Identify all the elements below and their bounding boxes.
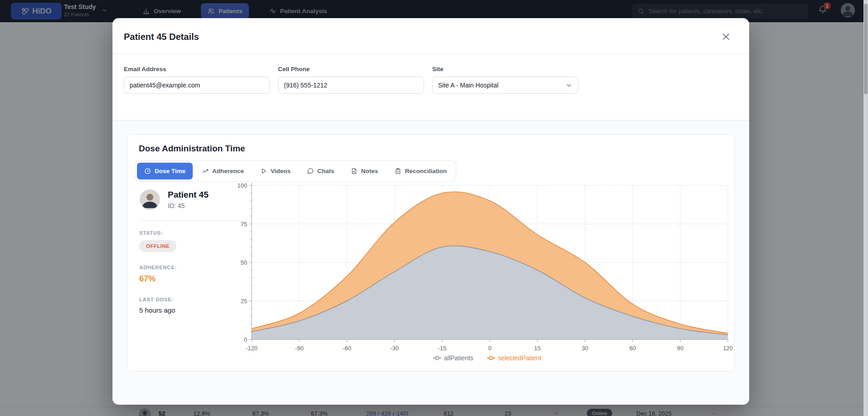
play-icon: [260, 168, 267, 174]
close-icon[interactable]: [721, 31, 733, 43]
scrollbar-thumb[interactable]: [864, 4, 868, 94]
area-chart: 0255075100-120-90-60-30-15015306090120al…: [232, 180, 735, 366]
phone-field-group: Cell Phone: [278, 66, 424, 120]
svg-text:0: 0: [244, 336, 247, 343]
svg-text:-15: -15: [438, 345, 447, 352]
dose-admin-card: Dose Administration Time Dose Time Adher…: [127, 134, 735, 372]
note-icon: [351, 168, 357, 174]
svg-text:0: 0: [488, 345, 491, 352]
tab-label: Chats: [317, 168, 335, 174]
screen: HiDO Test Study 22 Patients Overview: [0, 0, 868, 416]
chevron-down-icon: [566, 82, 572, 89]
svg-text:-90: -90: [295, 345, 304, 352]
modal-body: Dose Administration Time Dose Time Adher…: [112, 121, 749, 404]
legend-item-selectedPatient[interactable]: selectedPatient: [487, 354, 541, 362]
email-label: Email Address: [124, 66, 270, 73]
tab-label: Notes: [361, 168, 378, 174]
tab-label: Adherence: [212, 168, 244, 174]
svg-text:selectedPatient: selectedPatient: [498, 354, 541, 362]
scrollbar-track[interactable]: [863, 0, 868, 416]
svg-text:100: 100: [237, 182, 247, 189]
patient-id: ID: 45: [168, 202, 209, 209]
svg-text:60: 60: [629, 345, 636, 352]
modal-header: Patient 45 Details: [112, 18, 749, 54]
email-field[interactable]: [124, 77, 270, 94]
tab-label: Dose Time: [155, 168, 185, 174]
patient-avatar: [139, 189, 161, 210]
site-label: Site: [432, 66, 578, 73]
clock-icon: [144, 168, 151, 174]
svg-text:30: 30: [582, 345, 588, 352]
chat-icon: [307, 168, 314, 174]
email-field-group: Email Address: [124, 66, 270, 120]
tab-videos[interactable]: Videos: [253, 163, 298, 179]
tab-notes[interactable]: Notes: [343, 163, 385, 179]
tab-chats[interactable]: Chats: [300, 163, 342, 179]
divider: [139, 220, 246, 221]
tab-label: Reconciliation: [405, 168, 447, 174]
site-select[interactable]: Site A - Main Hospital: [432, 77, 578, 94]
legend-item-allPatients[interactable]: allPatients: [433, 354, 473, 362]
card-tabbar: Dose Time Adherence Videos: [135, 160, 456, 182]
phone-field[interactable]: [278, 77, 424, 94]
svg-text:120: 120: [723, 345, 733, 352]
svg-text:90: 90: [677, 345, 683, 352]
svg-text:-30: -30: [390, 345, 399, 352]
patient-details-modal: Patient 45 Details Email Address Cell Ph…: [112, 18, 749, 405]
svg-text:25: 25: [241, 298, 247, 305]
svg-text:allPatients: allPatients: [444, 354, 473, 362]
status-badge: OFFLINE: [139, 240, 176, 252]
trend-up-icon: [202, 168, 209, 174]
card-title: Dose Administration Time: [139, 144, 245, 154]
site-select-value: Site A - Main Hospital: [438, 82, 498, 89]
tab-label: Videos: [271, 168, 291, 174]
tab-reconciliation[interactable]: Reconciliation: [387, 163, 454, 179]
svg-text:75: 75: [241, 221, 247, 227]
clipboard-check-icon: [395, 168, 401, 174]
patient-name: Patient 45: [168, 190, 209, 200]
patient-form: Email Address Cell Phone Site Site A - M…: [112, 54, 749, 121]
svg-text:-60: -60: [343, 345, 351, 352]
tab-adherence[interactable]: Adherence: [195, 163, 251, 179]
phone-label: Cell Phone: [278, 66, 424, 73]
site-field-group: Site Site A - Main Hospital: [432, 66, 578, 120]
svg-text:15: 15: [534, 345, 541, 352]
svg-text:-120: -120: [246, 345, 258, 352]
tab-dose-time[interactable]: Dose Time: [137, 163, 193, 179]
svg-text:50: 50: [241, 259, 247, 266]
modal-title: Patient 45 Details: [124, 32, 199, 42]
dose-time-chart: 0255075100-120-90-60-30-15015306090120al…: [232, 180, 735, 366]
